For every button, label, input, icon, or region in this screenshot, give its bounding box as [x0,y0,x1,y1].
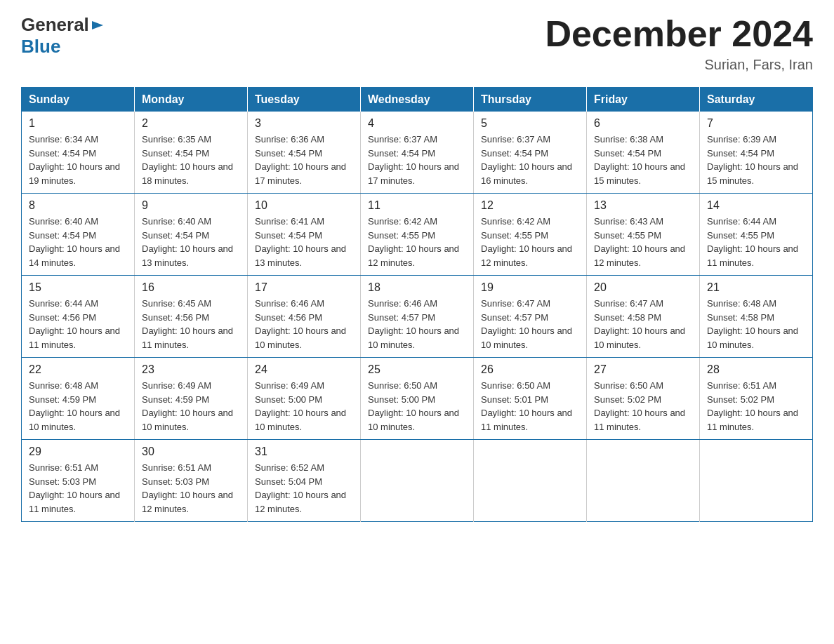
day-info: Sunrise: 6:39 AM Sunset: 4:54 PM Dayligh… [707,133,805,187]
day-number: 4 [368,117,466,130]
day-info: Sunrise: 6:46 AM Sunset: 4:57 PM Dayligh… [368,297,466,351]
calendar-cell: 3 Sunrise: 6:36 AM Sunset: 4:54 PM Dayli… [248,112,361,194]
calendar-cell: 29 Sunrise: 6:51 AM Sunset: 5:03 PM Dayl… [22,440,135,522]
calendar-cell [700,440,813,522]
calendar-cell: 1 Sunrise: 6:34 AM Sunset: 4:54 PM Dayli… [22,112,135,194]
day-number: 15 [29,281,127,294]
day-number: 29 [29,445,127,458]
calendar-cell: 15 Sunrise: 6:44 AM Sunset: 4:56 PM Dayl… [22,276,135,358]
page-title: December 2024 [545,14,813,54]
calendar-cell: 5 Sunrise: 6:37 AM Sunset: 4:54 PM Dayli… [474,112,587,194]
calendar-day-header: Tuesday [248,88,361,112]
day-info: Sunrise: 6:42 AM Sunset: 4:55 PM Dayligh… [368,215,466,269]
day-number: 26 [481,363,579,376]
calendar-day-header: Monday [135,88,248,112]
calendar-header-row: SundayMondayTuesdayWednesdayThursdayFrid… [22,88,813,112]
day-number: 8 [29,199,127,212]
day-number: 22 [29,363,127,376]
day-info: Sunrise: 6:44 AM Sunset: 4:55 PM Dayligh… [707,215,805,269]
calendar-cell: 17 Sunrise: 6:46 AM Sunset: 4:56 PM Dayl… [248,276,361,358]
calendar-cell: 25 Sunrise: 6:50 AM Sunset: 5:00 PM Dayl… [361,358,474,440]
title-block: December 2024 Surian, Fars, Iran [545,14,813,73]
calendar-day-header: Wednesday [361,88,474,112]
logo: General Blue [21,14,105,58]
calendar-cell: 23 Sunrise: 6:49 AM Sunset: 4:59 PM Dayl… [135,358,248,440]
day-info: Sunrise: 6:40 AM Sunset: 4:54 PM Dayligh… [29,215,127,269]
day-info: Sunrise: 6:51 AM Sunset: 5:02 PM Dayligh… [707,379,805,434]
calendar-day-header: Thursday [474,88,587,112]
calendar-cell: 21 Sunrise: 6:48 AM Sunset: 4:58 PM Dayl… [700,276,813,358]
day-info: Sunrise: 6:50 AM Sunset: 5:01 PM Dayligh… [481,379,579,434]
day-info: Sunrise: 6:45 AM Sunset: 4:56 PM Dayligh… [142,297,240,351]
day-info: Sunrise: 6:50 AM Sunset: 5:02 PM Dayligh… [594,379,692,434]
calendar-week-row: 15 Sunrise: 6:44 AM Sunset: 4:56 PM Dayl… [22,276,813,358]
day-number: 19 [481,281,579,294]
day-info: Sunrise: 6:51 AM Sunset: 5:03 PM Dayligh… [29,461,127,516]
day-number: 20 [594,281,692,294]
day-number: 27 [594,363,692,376]
calendar-week-row: 22 Sunrise: 6:48 AM Sunset: 4:59 PM Dayl… [22,358,813,440]
day-info: Sunrise: 6:49 AM Sunset: 4:59 PM Dayligh… [142,379,240,434]
calendar-table: SundayMondayTuesdayWednesdayThursdayFrid… [21,87,813,522]
calendar-cell: 8 Sunrise: 6:40 AM Sunset: 4:54 PM Dayli… [22,194,135,276]
calendar-cell: 19 Sunrise: 6:47 AM Sunset: 4:57 PM Dayl… [474,276,587,358]
day-info: Sunrise: 6:47 AM Sunset: 4:57 PM Dayligh… [481,297,579,351]
calendar-week-row: 1 Sunrise: 6:34 AM Sunset: 4:54 PM Dayli… [22,112,813,194]
calendar-cell [587,440,700,522]
calendar-cell: 27 Sunrise: 6:50 AM Sunset: 5:02 PM Dayl… [587,358,700,440]
day-info: Sunrise: 6:42 AM Sunset: 4:55 PM Dayligh… [481,215,579,269]
day-number: 10 [255,199,353,212]
day-number: 17 [255,281,353,294]
day-info: Sunrise: 6:48 AM Sunset: 4:59 PM Dayligh… [29,379,127,434]
day-number: 16 [142,281,240,294]
calendar-cell: 30 Sunrise: 6:51 AM Sunset: 5:03 PM Dayl… [135,440,248,522]
day-number: 24 [255,363,353,376]
day-info: Sunrise: 6:52 AM Sunset: 5:04 PM Dayligh… [255,461,353,516]
day-info: Sunrise: 6:47 AM Sunset: 4:58 PM Dayligh… [594,297,692,351]
logo-arrow-icon [91,18,105,32]
day-info: Sunrise: 6:48 AM Sunset: 4:58 PM Dayligh… [707,297,805,351]
day-info: Sunrise: 6:41 AM Sunset: 4:54 PM Dayligh… [255,215,353,269]
calendar-cell: 20 Sunrise: 6:47 AM Sunset: 4:58 PM Dayl… [587,276,700,358]
day-number: 13 [594,199,692,212]
day-number: 21 [707,281,805,294]
day-info: Sunrise: 6:37 AM Sunset: 4:54 PM Dayligh… [481,133,579,187]
calendar-cell: 22 Sunrise: 6:48 AM Sunset: 4:59 PM Dayl… [22,358,135,440]
calendar-week-row: 8 Sunrise: 6:40 AM Sunset: 4:54 PM Dayli… [22,194,813,276]
day-info: Sunrise: 6:35 AM Sunset: 4:54 PM Dayligh… [142,133,240,187]
calendar-cell: 9 Sunrise: 6:40 AM Sunset: 4:54 PM Dayli… [135,194,248,276]
day-number: 28 [707,363,805,376]
page-subtitle: Surian, Fars, Iran [545,57,813,73]
day-info: Sunrise: 6:40 AM Sunset: 4:54 PM Dayligh… [142,215,240,269]
calendar-cell: 26 Sunrise: 6:50 AM Sunset: 5:01 PM Dayl… [474,358,587,440]
day-number: 9 [142,199,240,212]
calendar-cell: 28 Sunrise: 6:51 AM Sunset: 5:02 PM Dayl… [700,358,813,440]
calendar-cell: 6 Sunrise: 6:38 AM Sunset: 4:54 PM Dayli… [587,112,700,194]
day-number: 30 [142,445,240,458]
calendar-cell: 7 Sunrise: 6:39 AM Sunset: 4:54 PM Dayli… [700,112,813,194]
logo-general-text: General [21,14,89,36]
day-number: 2 [142,117,240,130]
calendar-cell: 31 Sunrise: 6:52 AM Sunset: 5:04 PM Dayl… [248,440,361,522]
day-info: Sunrise: 6:34 AM Sunset: 4:54 PM Dayligh… [29,133,127,187]
day-info: Sunrise: 6:36 AM Sunset: 4:54 PM Dayligh… [255,133,353,187]
calendar-cell [474,440,587,522]
calendar-day-header: Friday [587,88,700,112]
calendar-cell: 2 Sunrise: 6:35 AM Sunset: 4:54 PM Dayli… [135,112,248,194]
svg-marker-0 [92,21,103,29]
day-info: Sunrise: 6:38 AM Sunset: 4:54 PM Dayligh… [594,133,692,187]
day-number: 6 [594,117,692,130]
calendar-cell: 16 Sunrise: 6:45 AM Sunset: 4:56 PM Dayl… [135,276,248,358]
calendar-cell: 4 Sunrise: 6:37 AM Sunset: 4:54 PM Dayli… [361,112,474,194]
calendar-cell: 18 Sunrise: 6:46 AM Sunset: 4:57 PM Dayl… [361,276,474,358]
calendar-cell [361,440,474,522]
calendar-week-row: 29 Sunrise: 6:51 AM Sunset: 5:03 PM Dayl… [22,440,813,522]
day-number: 7 [707,117,805,130]
calendar-cell: 14 Sunrise: 6:44 AM Sunset: 4:55 PM Dayl… [700,194,813,276]
day-info: Sunrise: 6:44 AM Sunset: 4:56 PM Dayligh… [29,297,127,351]
calendar-cell: 24 Sunrise: 6:49 AM Sunset: 5:00 PM Dayl… [248,358,361,440]
day-number: 12 [481,199,579,212]
day-info: Sunrise: 6:50 AM Sunset: 5:00 PM Dayligh… [368,379,466,434]
calendar-day-header: Sunday [22,88,135,112]
day-info: Sunrise: 6:51 AM Sunset: 5:03 PM Dayligh… [142,461,240,516]
